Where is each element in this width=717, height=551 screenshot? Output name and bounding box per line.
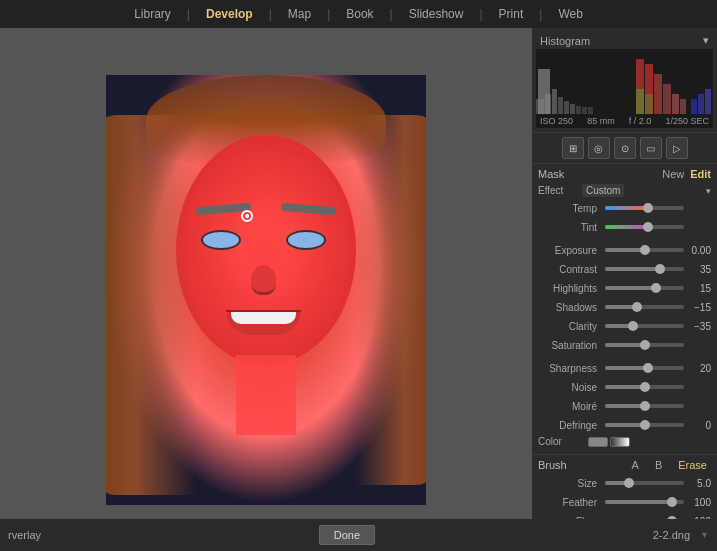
effect-value[interactable]: Custom [582, 184, 624, 197]
moire-label: Moiré [538, 401, 603, 412]
feather-slider[interactable] [605, 497, 684, 507]
photo-canvas[interactable] [106, 75, 426, 505]
tool-spot[interactable]: ⊙ [614, 137, 636, 159]
nav-slideshow[interactable]: Slideshow [403, 5, 470, 23]
tint-slider[interactable] [605, 222, 684, 232]
nav-web[interactable]: Web [552, 5, 588, 23]
shadows-row: Shadows −15 [538, 299, 711, 315]
feather-value: 100 [686, 497, 711, 508]
svg-rect-15 [636, 89, 644, 114]
tint-thumb [643, 222, 653, 232]
mask-title: Mask [538, 168, 564, 180]
defringe-slider[interactable] [605, 420, 684, 430]
shadows-thumb [632, 302, 642, 312]
done-button[interactable]: Done [319, 525, 375, 545]
contrast-slider[interactable] [605, 264, 684, 274]
tool-icons-row: ⊞ ◎ ⊙ ▭ ▷ [532, 132, 717, 163]
contrast-row: Contrast 35 [538, 261, 711, 277]
sharpness-track [605, 366, 684, 370]
shadows-slider[interactable] [605, 302, 684, 312]
mask-section: Mask New Edit Effect Custom ▾ Temp [532, 163, 717, 454]
mask-edit-button[interactable]: Edit [690, 168, 711, 180]
temp-slider[interactable] [605, 203, 684, 213]
color-row: Color [538, 436, 711, 447]
brush-tabs: A B Erase [628, 458, 711, 472]
exposure-thumb [640, 245, 650, 255]
tool-redeye[interactable]: ▭ [640, 137, 662, 159]
tool-gradient[interactable]: ▷ [666, 137, 688, 159]
dropdown-arrow[interactable]: ▼ [700, 530, 709, 540]
aperture-value: f / 2.0 [629, 116, 652, 126]
brush-header: Brush A B Erase [532, 455, 717, 475]
temp-label: Temp [538, 203, 603, 214]
bottom-center: Done [319, 525, 375, 545]
noise-slider[interactable] [605, 382, 684, 392]
clarity-label: Clarity [538, 321, 603, 332]
svg-rect-19 [705, 89, 711, 114]
brush-tab-b[interactable]: B [651, 458, 666, 472]
sharpness-label: Sharpness [538, 363, 603, 374]
sharpness-slider[interactable] [605, 363, 684, 373]
svg-rect-2 [552, 89, 557, 114]
highlights-track [605, 286, 684, 290]
svg-rect-14 [680, 99, 686, 114]
svg-rect-6 [576, 106, 581, 114]
nav-develop[interactable]: Develop [200, 5, 259, 23]
bottom-left: rverlay [8, 529, 41, 541]
size-slider[interactable] [605, 478, 684, 488]
top-navigation: Library | Develop | Map | Book | Slidesh… [0, 0, 717, 28]
svg-rect-20 [538, 69, 550, 114]
hair-right [356, 115, 426, 485]
nav-map[interactable]: Map [282, 5, 317, 23]
saturation-track [605, 343, 684, 347]
sharpness-thumb [643, 363, 653, 373]
color-swatches [588, 437, 630, 447]
histogram-header: Histogram ▾ [536, 32, 713, 49]
clarity-row: Clarity −35 [538, 318, 711, 334]
shadows-label: Shadows [538, 302, 603, 313]
color-swatch-gray[interactable] [588, 437, 608, 447]
mask-actions: New Edit [662, 168, 711, 180]
size-row: Size 5.0 [532, 475, 717, 491]
effect-label: Effect [538, 185, 578, 196]
tint-track [605, 225, 684, 229]
clarity-slider[interactable] [605, 321, 684, 331]
mask-new-button[interactable]: New [662, 168, 684, 180]
iso-value: ISO 250 [540, 116, 573, 126]
size-track [605, 481, 684, 485]
color-swatch-gradient[interactable] [610, 437, 630, 447]
nav-book[interactable]: Book [340, 5, 379, 23]
moire-slider[interactable] [605, 401, 684, 411]
sharpness-fill [605, 366, 648, 370]
shutter-value: 1/250 SEC [665, 116, 709, 126]
tool-grid[interactable]: ⊞ [562, 137, 584, 159]
brush-title: Brush [538, 459, 567, 471]
svg-rect-17 [691, 99, 697, 114]
nav-print[interactable]: Print [493, 5, 530, 23]
right-panel: Histogram ▾ [532, 28, 717, 551]
highlights-slider[interactable] [605, 283, 684, 293]
highlights-thumb [651, 283, 661, 293]
tint-row: Tint [538, 219, 711, 235]
tool-crop[interactable]: ◎ [588, 137, 610, 159]
svg-rect-7 [582, 107, 587, 114]
saturation-row: Saturation [538, 337, 711, 353]
nav-library[interactable]: Library [128, 5, 177, 23]
feather-fill [605, 500, 672, 504]
tint-fill [605, 225, 648, 229]
exposure-slider[interactable] [605, 245, 684, 255]
tint-label: Tint [538, 222, 603, 233]
noise-thumb [640, 382, 650, 392]
contrast-label: Contrast [538, 264, 603, 275]
mask-dot-indicator [245, 214, 249, 218]
brush-tab-erase[interactable]: Erase [674, 458, 711, 472]
shadows-track [605, 305, 684, 309]
highlights-fill [605, 286, 656, 290]
svg-rect-18 [698, 94, 704, 114]
saturation-slider[interactable] [605, 340, 684, 350]
effect-chevron: ▾ [706, 186, 711, 196]
clarity-thumb [628, 321, 638, 331]
overlay-text: rverlay [8, 529, 41, 541]
brush-tab-a[interactable]: A [628, 458, 643, 472]
filename: 2-2.dng [653, 529, 690, 541]
